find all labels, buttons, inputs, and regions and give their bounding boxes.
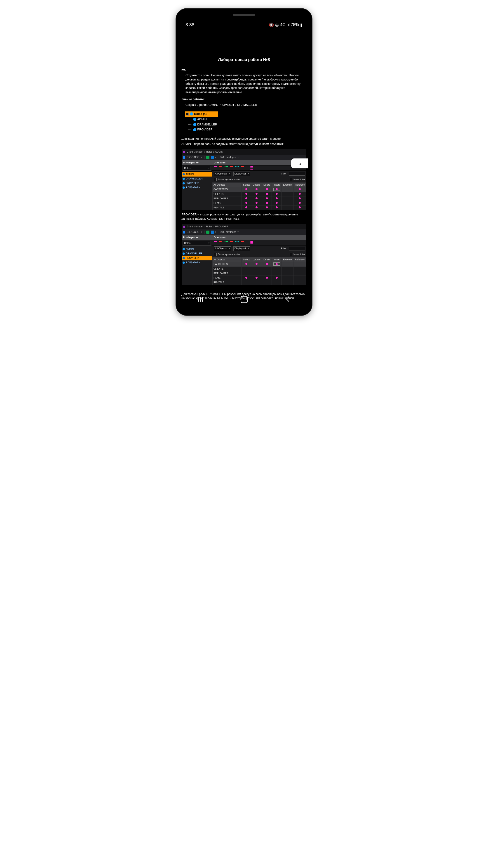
role-list-item[interactable]: DRAMSELLER [182, 177, 212, 181]
privilege-cell[interactable] [272, 271, 282, 276]
table-header[interactable]: Select [242, 257, 251, 262]
table-row[interactable]: FILMS [213, 276, 306, 280]
privilege-cell[interactable] [251, 192, 262, 196]
grant-tool-icon[interactable] [230, 241, 233, 244]
privilege-cell[interactable] [251, 196, 262, 201]
privilege-cell[interactable] [272, 276, 282, 280]
grant-tool-icon[interactable] [241, 166, 244, 169]
privilege-cell[interactable] [251, 271, 262, 276]
privilege-cell[interactable] [282, 187, 293, 192]
role-list-item[interactable]: RDB$ADMIN [182, 260, 212, 265]
invert-filter-checkbox[interactable] [289, 178, 292, 181]
table-row[interactable]: EMPLOYEES [213, 196, 306, 201]
page-number-badge[interactable]: 5 [291, 158, 308, 168]
privilege-cell[interactable] [242, 192, 251, 196]
privilege-cell[interactable] [293, 196, 306, 201]
privilege-cell[interactable] [242, 280, 251, 285]
privilege-cell[interactable] [293, 280, 306, 285]
table-header[interactable]: Execute [282, 257, 293, 262]
nav-recent-button[interactable] [198, 297, 203, 302]
grant-tool-icon[interactable] [230, 166, 233, 169]
display-all-dropdown[interactable]: Display all▾ [233, 246, 250, 251]
privilege-cell[interactable] [282, 276, 293, 280]
privilege-cell[interactable] [242, 206, 251, 210]
privilege-cell[interactable] [293, 187, 306, 192]
invert-filter-checkbox[interactable] [289, 253, 292, 256]
privilege-cell[interactable] [272, 187, 282, 192]
privilege-cell[interactable] [242, 271, 251, 276]
privilege-cell[interactable] [272, 201, 282, 205]
show-system-checkbox[interactable] [214, 178, 217, 181]
table-row[interactable]: RENTALS [213, 280, 306, 285]
privilege-cell[interactable] [272, 192, 282, 196]
grant-tool-icon[interactable] [225, 166, 228, 169]
privilege-cell[interactable] [242, 276, 251, 280]
role-list-item[interactable]: RDB$ADMIN [182, 185, 212, 190]
table-header[interactable]: Insert [272, 182, 282, 187]
save-icon[interactable] [206, 230, 209, 234]
privilege-cell[interactable] [251, 262, 262, 267]
dml-privileges-button[interactable]: DML privileges ▾ [220, 156, 238, 159]
privilege-cell[interactable] [262, 192, 272, 196]
grant-tool-icon[interactable] [219, 241, 222, 244]
privilege-cell[interactable] [293, 206, 306, 210]
table-row[interactable]: RENTALS [213, 206, 306, 210]
grant-tool-icon[interactable] [235, 241, 238, 244]
all-objects-dropdown[interactable]: All Objects▾ [214, 246, 231, 251]
privilege-cell[interactable] [272, 262, 282, 267]
grant-tool-icon[interactable] [214, 166, 217, 169]
privilege-cell[interactable] [272, 280, 282, 285]
privilege-cell[interactable] [242, 267, 251, 271]
privilege-cell[interactable] [262, 280, 272, 285]
table-header[interactable]: Referenc [293, 257, 306, 262]
privilege-cell[interactable] [282, 196, 293, 201]
privilege-cell[interactable] [242, 187, 251, 192]
grant-tool-icon[interactable] [225, 241, 228, 244]
roles-dropdown[interactable]: Roles▾ [182, 165, 212, 172]
privilege-cell[interactable] [251, 187, 262, 192]
privilege-cell[interactable] [272, 196, 282, 201]
privilege-cell[interactable] [251, 280, 262, 285]
nav-back-button[interactable] [286, 296, 290, 303]
table-header[interactable]: Execute [282, 182, 293, 187]
role-list-item[interactable]: PROVIDER [182, 256, 212, 260]
privilege-cell[interactable] [282, 201, 293, 205]
privilege-cell[interactable] [282, 280, 293, 285]
privilege-cell[interactable] [282, 271, 293, 276]
display-all-dropdown[interactable]: Display all▾ [233, 172, 250, 176]
privilege-cell[interactable] [282, 267, 293, 271]
privilege-cell[interactable] [293, 271, 306, 276]
show-system-checkbox[interactable] [214, 253, 217, 256]
privilege-cell[interactable] [262, 196, 272, 201]
save-icon[interactable] [206, 156, 209, 159]
privilege-cell[interactable] [262, 267, 272, 271]
privilege-cell[interactable] [251, 201, 262, 205]
privilege-cell[interactable] [282, 192, 293, 196]
role-list-item[interactable]: DRAMSELLER [182, 251, 212, 256]
privilege-cell[interactable] [262, 187, 272, 192]
grant-tool-icon[interactable] [250, 241, 253, 244]
grant-tool-icon[interactable] [250, 166, 253, 169]
grant-tool-icon[interactable] [235, 166, 238, 169]
privilege-cell[interactable] [293, 192, 306, 196]
grant-tool-icon[interactable] [241, 241, 244, 244]
privilege-cell[interactable] [262, 206, 272, 210]
privilege-cell[interactable] [293, 267, 306, 271]
filter-input[interactable] [289, 247, 305, 250]
privilege-cell[interactable] [282, 206, 293, 210]
privilege-cell[interactable] [242, 201, 251, 205]
privilege-cell[interactable] [251, 267, 262, 271]
table-header[interactable]: Update [251, 182, 262, 187]
table-header[interactable]: Referenc [293, 182, 306, 187]
save-as-icon[interactable] [211, 156, 214, 159]
table-row[interactable]: CLIENTS [213, 192, 306, 196]
table-header[interactable]: Update [251, 257, 262, 262]
privilege-cell[interactable] [262, 271, 272, 276]
privilege-cell[interactable] [293, 201, 306, 205]
dml-privileges-button[interactable]: DML privileges ▾ [220, 230, 238, 234]
table-header[interactable]: Select [242, 182, 251, 187]
role-list-item[interactable]: ADMIN [182, 247, 212, 251]
role-list-item[interactable]: PROVIDER [182, 181, 212, 186]
roles-dropdown[interactable]: Roles▾ [182, 240, 212, 246]
table-header[interactable]: All Objects [213, 257, 242, 262]
